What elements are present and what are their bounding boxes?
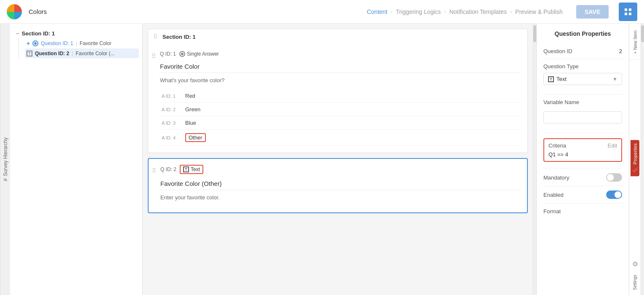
properties-panel-title: Question Properties [543, 30, 622, 37]
hash-icon: # [3, 179, 8, 182]
question-type-label: Question Type [543, 63, 622, 70]
q1-drag-handle[interactable]: ⠿ [152, 53, 156, 59]
tree-text-icon-2: T [27, 51, 32, 56]
format-row: Format [543, 204, 622, 219]
tree-section-1[interactable]: − Section ID: 1 [13, 29, 139, 38]
a4-id: A ID: 4 [162, 135, 182, 140]
left-panel: − Section ID: 1 + Question ID: 1 | Favor… [10, 24, 143, 295]
criteria-value: Q1 == 4 [548, 151, 568, 158]
tree-q1-separator: | [76, 40, 77, 47]
a3-id: A ID: 3 [162, 121, 182, 126]
format-label: Format [543, 208, 561, 215]
criteria-label: Criteria [548, 142, 566, 149]
nav-step-triggering[interactable]: Triggering Logics [396, 8, 441, 15]
properties-tab-label: Properties [633, 143, 638, 164]
q2-subtitle: Enter your favorite color. [160, 194, 520, 201]
section-label: Section ID: 1 [22, 30, 55, 37]
nav-steps: Content › Triggering Logics › Notificati… [367, 8, 562, 15]
survey-hierarchy-label: Survey Hierarchy [3, 137, 8, 176]
a1-value: Red [185, 93, 195, 99]
app-title: Colors [29, 8, 47, 15]
nav-arrow-2: › [444, 9, 446, 15]
q2-type-badge: T Text [180, 165, 203, 174]
answer-row-4: A ID: 4 Other [160, 130, 521, 146]
q1-id-badge: Q ID: 1 [160, 51, 176, 57]
settings-icon: ⚙ [632, 260, 638, 268]
right-panel: Question Properties Question ID 2 Questi… [536, 24, 629, 295]
nav-step-content[interactable]: Content [367, 8, 387, 15]
middle-panel: ⠿ Section ID: 1 ⠿ Q ID: 1 Single Answer … [143, 24, 533, 295]
svg-rect-2 [625, 13, 627, 15]
q2-id-badge: Q ID: 2 [160, 166, 176, 172]
section-drag-handle[interactable]: ⠿ [153, 33, 157, 40]
a2-value: Green [185, 106, 200, 113]
section-header-label: Section ID: 1 [162, 34, 196, 40]
question-id-value: 2 [619, 48, 622, 54]
type-select-t-icon: T [548, 76, 554, 82]
app-logo [7, 4, 22, 19]
mandatory-toggle[interactable] [606, 173, 622, 182]
right-edge: + New Item 📌 Properties ⚙ Settings [629, 24, 641, 295]
dropdown-chevron-icon: ▼ [612, 76, 617, 82]
q1-title: Favorite Color [160, 63, 521, 70]
enabled-label: Enabled [543, 192, 564, 198]
question-id-row: Question ID 2 [543, 44, 622, 59]
a3-value: Blue [185, 120, 196, 126]
question-type-select[interactable]: T Text ▼ [543, 73, 622, 85]
tree-q1-name: Favorite Color [80, 40, 111, 46]
grid-icon-button[interactable] [619, 3, 637, 21]
tree-q2-separator: | [72, 50, 73, 56]
new-item-tab[interactable]: + New Item [631, 27, 639, 57]
svg-rect-1 [629, 8, 631, 11]
a1-id: A ID: 1 [162, 94, 182, 99]
q1-radio-icon [179, 51, 185, 57]
tree-q2-id: Question ID: 2 [35, 51, 69, 56]
question-type-select-value: Text [556, 76, 567, 82]
q2-header: Q ID: 2 T Text [160, 165, 520, 174]
settings-label: Settings [631, 273, 639, 292]
section-collapse-icon: − [16, 30, 19, 37]
q1-type-label: Single Answer [187, 51, 219, 57]
q1-header: Q ID: 1 Single Answer [160, 51, 521, 57]
svg-rect-3 [629, 13, 631, 15]
nav-step-preview[interactable]: Preview & Publish [515, 8, 563, 15]
q2-drag-handle[interactable]: ⠿ [152, 167, 156, 174]
new-item-label: + New Item [633, 30, 638, 54]
nav-step-notification[interactable]: Notification Templates [449, 8, 507, 15]
criteria-edit-link[interactable]: Edit [608, 142, 617, 149]
enabled-toggle[interactable] [606, 190, 622, 199]
settings-tab[interactable]: ⚙ [631, 257, 640, 271]
q1-type-badge: Single Answer [179, 51, 219, 57]
mandatory-label: Mandatory [543, 174, 569, 181]
tree-question-2[interactable]: T Question ID: 2 | Favorite Color (... [25, 48, 139, 58]
save-button[interactable]: SAVE [576, 5, 609, 19]
mandatory-row: Mandatory [543, 169, 622, 186]
tree-radio-icon-1 [32, 40, 38, 46]
q2-t-icon: T [183, 166, 189, 172]
tree-question-1[interactable]: + Question ID: 1 | Favorite Color [25, 38, 139, 48]
survey-hierarchy-sidebar: # Survey Hierarchy [0, 24, 10, 295]
nav-arrow-1: › [391, 9, 393, 15]
variable-name-label: Variable Name [543, 99, 622, 105]
question-id-label: Question ID [543, 48, 572, 54]
answer-row-2: A ID: 2 Green [160, 103, 521, 116]
top-nav: Colors Content › Triggering Logics › Not… [0, 0, 644, 24]
nav-arrow-3: › [510, 9, 512, 15]
q1-subtitle: What's your favorite color? [160, 77, 521, 83]
q2-title: Favorite Color (Other) [160, 180, 520, 187]
answer-row-1: A ID: 1 Red [160, 89, 521, 103]
answer-row-3: A ID: 3 Blue [160, 116, 521, 130]
a4-value: Other [185, 133, 206, 142]
enabled-row: Enabled [543, 186, 622, 204]
criteria-box: Criteria Edit Q1 == 4 [543, 138, 622, 162]
tree-q1-id: Question ID: 1 [41, 40, 73, 46]
a2-id: A ID: 2 [162, 107, 182, 112]
q1-answers: A ID: 1 Red A ID: 2 Green A ID: 3 Blue A… [160, 89, 521, 146]
properties-tab-icon: 📌 [633, 167, 638, 173]
q2-type-label: Text [191, 166, 200, 172]
variable-name-input[interactable] [543, 111, 622, 123]
tree-q2-name: Favorite Color (... [76, 51, 115, 56]
properties-tab[interactable]: 📌 Properties [631, 140, 639, 176]
svg-rect-0 [625, 8, 627, 11]
tree-plus-icon: + [27, 40, 30, 47]
